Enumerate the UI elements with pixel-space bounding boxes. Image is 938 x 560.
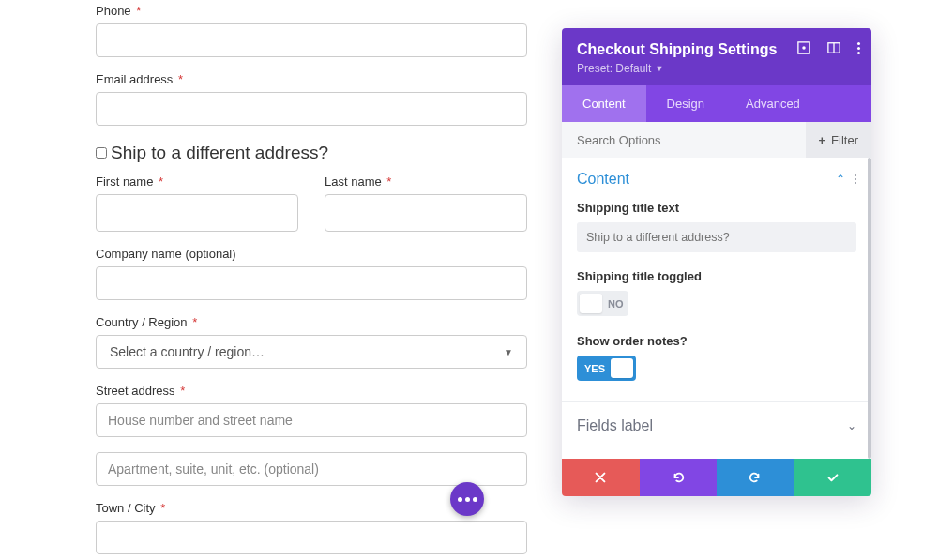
company-input[interactable] [96,266,527,300]
required-mark: * [180,384,185,398]
country-select[interactable]: Select a country / region… ▼ [96,335,527,369]
chevron-up-icon[interactable]: ⌃ [836,173,845,186]
shipping-title-toggled-label: Shipping title toggled [577,269,856,283]
email-input[interactable] [96,92,527,126]
search-options-input[interactable] [562,122,806,158]
first-name-input[interactable] [96,194,298,232]
required-mark: * [192,315,197,329]
section-content-title[interactable]: Content [577,171,629,188]
panel-footer [562,459,871,496]
required-mark: * [386,174,391,189]
street1-input[interactable] [96,403,527,437]
panel-header: Checkout Shipping Settings Preset: Defau… [562,28,871,85]
required-mark: * [136,4,141,18]
ship-different-label: Ship to a different address? [111,143,328,163]
first-name-label: First name * [96,174,298,189]
last-name-input[interactable] [325,194,527,232]
toggle-knob [580,294,602,313]
country-select-value: Select a country / region… [110,344,265,359]
phone-input[interactable] [96,23,527,57]
filter-label: Filter [831,133,858,147]
redo-icon [749,471,762,484]
chevron-down-icon: ⌄ [847,419,856,432]
checkout-form: Phone * Email address * Ship to a differ… [96,4,527,554]
filter-button[interactable]: + Filter [806,122,871,158]
country-label: Country / Region * [96,315,527,329]
toggle-knob [611,358,633,378]
preset-dropdown[interactable]: Preset: Default▼ [577,62,663,75]
shipping-title-text-input[interactable] [577,222,856,252]
panel-tabs: Content Design Advanced [562,85,871,122]
tab-advanced[interactable]: Advanced [725,85,821,122]
close-button[interactable] [562,459,640,496]
redo-button[interactable] [717,459,794,496]
company-label: Company name (optional) [96,247,527,261]
chevron-down-icon: ▼ [504,347,513,357]
shipping-title-text-label: Shipping title text [577,201,856,215]
undo-icon [672,471,685,484]
target-icon[interactable] [797,41,810,54]
plus-icon: + [819,133,826,147]
street2-input[interactable] [96,452,527,486]
chevron-down-icon: ▼ [655,64,663,73]
show-order-notes-toggle[interactable]: YES [577,356,636,381]
undo-button[interactable] [640,459,718,496]
close-icon [594,471,607,484]
toggle-yes-label: YES [584,363,605,374]
svg-point-1 [802,46,806,50]
tab-design[interactable]: Design [646,85,725,122]
settings-panel: Checkout Shipping Settings Preset: Defau… [562,28,871,496]
required-mark: * [178,72,183,86]
section-fields-label[interactable]: Fields label ⌄ [562,401,871,449]
required-mark: * [160,501,165,515]
show-order-notes-label: Show order notes? [577,334,856,348]
columns-icon[interactable] [827,41,840,54]
save-button[interactable] [794,459,872,496]
fields-label-title: Fields label [577,417,653,434]
toggle-no-label: NO [608,298,624,310]
check-icon [826,471,840,484]
shipping-title-toggled-toggle[interactable]: NO [577,291,628,316]
ship-different-checkbox[interactable] [96,147,107,159]
section-more-icon[interactable] [855,174,857,185]
tab-content[interactable]: Content [562,85,646,122]
more-icon[interactable] [857,42,860,54]
email-label: Email address * [96,72,527,86]
required-mark: * [159,174,163,189]
last-name-label: Last name * [325,174,527,189]
phone-label: Phone * [96,4,527,18]
module-options-fab[interactable] [450,482,484,516]
city-input[interactable] [96,521,527,554]
street-label: Street address * [96,384,527,398]
